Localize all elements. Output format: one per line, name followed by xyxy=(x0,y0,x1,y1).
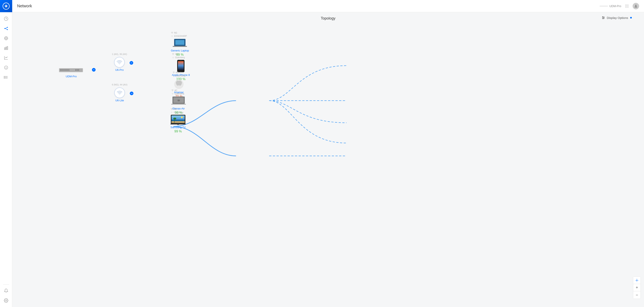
svg-point-33 xyxy=(628,6,628,6)
svg-rect-63 xyxy=(175,40,184,45)
sidebar-item-topology[interactable] xyxy=(2,24,10,33)
svg-point-26 xyxy=(4,78,4,78)
svg-point-89 xyxy=(173,118,176,120)
svg-point-5 xyxy=(7,27,8,28)
svg-point-41 xyxy=(602,16,603,17)
topbar: Network UDM-Pro xyxy=(12,0,644,12)
wifi2-icon xyxy=(171,35,173,37)
topology-content: Topology Display Options xyxy=(12,12,644,307)
u6-pro-minus[interactable]: − xyxy=(130,61,133,65)
svg-rect-48 xyxy=(62,69,63,71)
sidebar-item-settings[interactable] xyxy=(2,296,10,305)
topology-svg xyxy=(12,12,644,307)
svg-point-66 xyxy=(173,58,173,58)
svg-point-42 xyxy=(604,18,604,18)
u6-lite-connection-label: 6 (NG), 44 (AX) xyxy=(112,84,127,86)
svg-point-90 xyxy=(181,116,183,118)
svg-point-10 xyxy=(5,38,7,39)
samsung-tv-signal: 99 % xyxy=(174,130,182,133)
svg-rect-54 xyxy=(75,69,76,71)
svg-point-37 xyxy=(635,5,637,6)
sidebar-item-target[interactable] xyxy=(2,34,10,43)
svg-point-94 xyxy=(636,280,638,281)
u6-pro-label: U6-Pro xyxy=(115,68,124,72)
node-udm-pro[interactable]: UDM-Pro − xyxy=(59,67,84,78)
svg-rect-47 xyxy=(61,69,62,71)
device-line xyxy=(600,6,608,6)
svg-rect-55 xyxy=(77,69,78,71)
svg-point-32 xyxy=(627,6,627,6)
u6-pro-connection-label: 1 (AX), 36 (AX) xyxy=(112,53,127,55)
sidebar-item-stats[interactable] xyxy=(2,44,10,52)
svg-point-30 xyxy=(628,4,628,5)
sidebar-item-bell[interactable] xyxy=(2,286,10,295)
display-options-label: Display Options xyxy=(607,16,628,20)
zoom-in-button[interactable]: + xyxy=(633,284,640,291)
svg-point-73 xyxy=(174,76,174,77)
svg-point-34 xyxy=(626,7,626,8)
svg-rect-46 xyxy=(60,69,61,71)
sidebar-item-list[interactable] xyxy=(2,73,10,82)
sidebar-bottom xyxy=(2,282,10,307)
sidebar-item-chart[interactable] xyxy=(2,53,10,62)
sliders-icon xyxy=(602,16,605,20)
svg-rect-15 xyxy=(4,48,5,50)
svg-rect-17 xyxy=(7,46,8,50)
svg-point-58 xyxy=(120,94,120,95)
macbook-air-icon xyxy=(171,96,186,106)
u6-lite-label: U6-Lite xyxy=(115,99,124,102)
samsung-tv-icon xyxy=(170,114,186,125)
svg-point-43 xyxy=(603,18,603,19)
app-logo[interactable] xyxy=(0,0,12,12)
locate-icon xyxy=(635,278,639,282)
zoom-out-button[interactable]: − xyxy=(633,291,640,299)
u6-lite-minus[interactable]: − xyxy=(130,92,134,95)
sidebar-nav xyxy=(2,12,10,282)
svg-rect-80 xyxy=(171,104,186,104)
svg-point-4 xyxy=(4,28,5,29)
node-u6-lite[interactable]: 6 (NG), 44 (AX) U6-Lite − xyxy=(112,84,127,102)
apps-grid-button[interactable] xyxy=(624,3,630,9)
svg-rect-51 xyxy=(66,69,67,71)
svg-line-7 xyxy=(5,28,7,28)
samsung-tv-name: Samsung TV xyxy=(170,126,186,129)
user-avatar[interactable] xyxy=(632,3,639,9)
svg-rect-53 xyxy=(68,69,69,71)
client-samsung-tv[interactable]: NG Gutenberg xyxy=(170,108,186,133)
svg-rect-64 xyxy=(173,46,187,47)
svg-point-6 xyxy=(7,29,8,30)
udm-pro-label: UDM-Pro xyxy=(66,75,77,78)
svg-point-59 xyxy=(172,34,172,34)
generic-laptop-name: Generic Laptop xyxy=(171,49,189,52)
svg-rect-87 xyxy=(172,121,185,123)
svg-point-81 xyxy=(172,110,172,110)
svg-rect-91 xyxy=(170,124,186,124)
svg-point-35 xyxy=(627,7,627,8)
svg-line-8 xyxy=(5,28,7,30)
svg-rect-69 xyxy=(178,61,184,70)
svg-point-28 xyxy=(626,4,626,5)
active-device-name: UDM-Pro xyxy=(610,4,621,8)
udm-pro-minus[interactable]: − xyxy=(92,68,96,72)
sidebar-item-dashboard[interactable] xyxy=(2,14,10,23)
svg-rect-92 xyxy=(177,124,179,125)
laptop-icon xyxy=(173,38,187,48)
svg-rect-49 xyxy=(64,69,64,71)
svg-point-25 xyxy=(4,77,4,78)
svg-point-31 xyxy=(626,6,626,6)
svg-point-60 xyxy=(172,37,172,37)
svg-rect-56 xyxy=(78,69,79,71)
sidebar-item-alerts[interactable] xyxy=(2,63,10,72)
svg-point-36 xyxy=(628,7,628,8)
display-options-button[interactable]: Display Options xyxy=(602,16,632,20)
node-u6-pro[interactable]: 1 (AX), 36 (AX) U6-Pro − xyxy=(112,53,127,72)
topology-title: Topology xyxy=(321,16,336,20)
svg-point-72 xyxy=(174,73,174,74)
locate-button[interactable] xyxy=(633,277,640,284)
iphone-icon xyxy=(177,60,185,73)
display-options-dot xyxy=(630,17,632,18)
main-content: Network UDM-Pro Topology xyxy=(12,0,644,307)
page-title: Network xyxy=(17,4,597,8)
svg-point-29 xyxy=(627,4,627,5)
svg-point-2 xyxy=(5,5,7,7)
